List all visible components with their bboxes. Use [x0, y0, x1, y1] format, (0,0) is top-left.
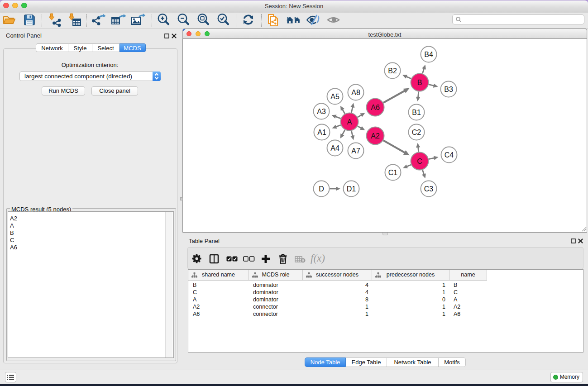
svg-text:B: B: [417, 79, 422, 86]
svg-text:D: D: [319, 185, 324, 193]
svg-text:C3: C3: [424, 185, 434, 193]
svg-text:D1: D1: [347, 185, 356, 193]
svg-text:A8: A8: [351, 89, 360, 96]
svg-text:A4: A4: [330, 144, 339, 152]
svg-text:B3: B3: [444, 86, 453, 93]
svg-text:C1: C1: [388, 169, 398, 176]
svg-text:B2: B2: [388, 67, 397, 75]
svg-text:A5: A5: [330, 93, 339, 100]
svg-text:A3: A3: [317, 108, 326, 115]
svg-text:B4: B4: [424, 51, 433, 58]
svg-text:A7: A7: [351, 147, 360, 155]
svg-text:A1: A1: [317, 129, 326, 136]
svg-text:A2: A2: [371, 132, 380, 140]
svg-text:A: A: [347, 118, 352, 126]
svg-text:C2: C2: [412, 129, 421, 136]
svg-text:A6: A6: [371, 104, 380, 111]
svg-text:C4: C4: [445, 151, 454, 159]
svg-text:B1: B1: [412, 109, 421, 116]
svg-text:C: C: [417, 157, 422, 165]
